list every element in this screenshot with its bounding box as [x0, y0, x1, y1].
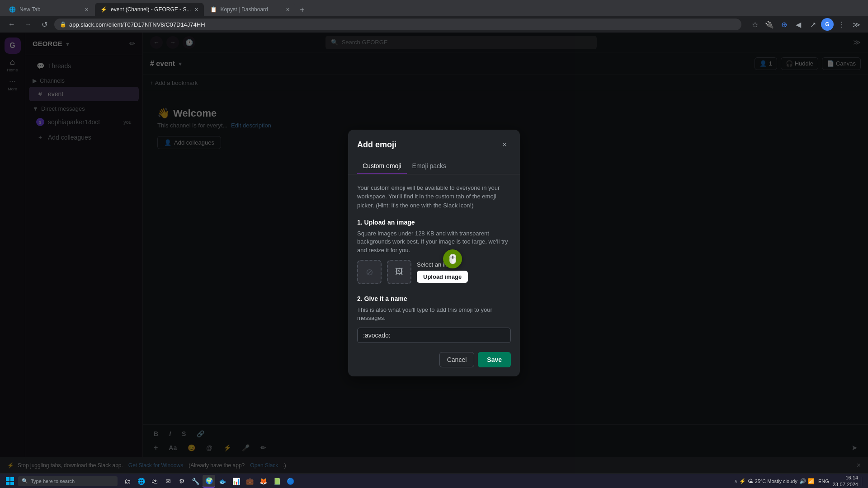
dialog-tabs: Custom emoji Emoji packs — [348, 159, 520, 174]
taskbar-search-icon: 🔍 — [22, 478, 28, 484]
image-broken-icon: ⊘ — [366, 267, 373, 277]
upload-placeholder-2: 🖼 — [387, 260, 411, 284]
windows-logo-icon — [6, 477, 14, 485]
svg-rect-1 — [10, 477, 14, 481]
taskbar-item-chrome[interactable]: 🌍 — [203, 475, 215, 488]
taskbar-date: 23-07-2024 — [833, 481, 858, 488]
tab-label-2: event (Channel) - GEORGE - S... — [111, 6, 191, 13]
browser-tab-2[interactable]: ⚡ event (Channel) - GEORGE - S... × — [95, 3, 204, 16]
browser-ext-1[interactable]: 🔌 — [763, 18, 776, 31]
reload-button[interactable]: ↺ — [38, 18, 51, 31]
tab-close-1[interactable]: × — [85, 6, 89, 13]
upload-placeholder-1: ⊘ — [357, 260, 382, 284]
taskbar-systray: ∧ ⚡ 🌤 25°C Mostly cloudy 🔊 📶 — [734, 478, 815, 484]
upload-area: ⊘ 🖼 Select an image Upload image — [357, 260, 511, 284]
dialog-header: Add emoji × — [348, 130, 520, 151]
tab-label-3: Kopyst | Dashboard — [221, 6, 268, 13]
taskbar: 🔍 Type here to search 🗂 🌐 🛍 ✉ ⚙ 🔧 🌍 🐟 📊 … — [0, 474, 868, 488]
taskbar-item-app3[interactable]: 🐟 — [216, 475, 229, 488]
browser-actions: ☆ 🔌 ⊕ ◀ ↗ G ⋮ ≫ — [749, 18, 863, 31]
svg-rect-3 — [10, 482, 14, 485]
tab-close-3[interactable]: × — [286, 6, 289, 13]
dialog-title: Add emoji — [357, 140, 396, 150]
browser-menu-button[interactable]: ⋮ — [835, 18, 848, 31]
browser-chrome: 🌐 New Tab × ⚡ event (Channel) - GEORGE -… — [0, 0, 868, 33]
cancel-button[interactable]: Cancel — [439, 352, 475, 367]
cursor-emoji-indicator: 🖱️ — [443, 249, 462, 268]
taskbar-right-area: ∧ ⚡ 🌤 25°C Mostly cloudy 🔊 📶 ENG 16:14 2… — [734, 474, 864, 488]
tab-favicon-1: 🌐 — [9, 6, 16, 13]
browser-extra-button[interactable]: ≫ — [850, 18, 863, 31]
taskbar-lang: ENG — [818, 479, 829, 484]
back-button[interactable]: ← — [5, 18, 18, 31]
browser-tab-3[interactable]: 📋 Kopyst | Dashboard × — [205, 3, 295, 16]
svg-rect-0 — [6, 477, 9, 481]
emoji-name-input[interactable] — [357, 328, 511, 343]
taskbar-item-mail[interactable]: ✉ — [162, 475, 175, 488]
tab-label-1: New Tab — [19, 6, 40, 13]
taskbar-item-app4[interactable]: 📊 — [230, 475, 242, 488]
taskbar-search-box[interactable]: 🔍 Type here to search — [18, 476, 118, 486]
taskbar-app-items: 🗂 🌐 🛍 ✉ ⚙ 🔧 🌍 🐟 📊 💼 🦊 📗 🔵 — [121, 475, 297, 488]
browser-profile-button[interactable]: G — [821, 18, 834, 31]
new-tab-button[interactable]: + — [296, 4, 309, 16]
step1-title: 1. Upload an image — [357, 219, 511, 226]
taskbar-item-edge[interactable]: 🌐 — [135, 475, 147, 488]
browser-tab-1[interactable]: 🌐 New Tab × — [4, 3, 94, 16]
taskbar-item-app8[interactable]: 🔵 — [284, 475, 297, 488]
systray-icon-2: 🌤 — [748, 478, 753, 484]
taskbar-item-app1[interactable]: ⚙ — [175, 475, 188, 488]
browser-toolbar: ← → ↺ 🔒 app.slack.com/client/T07D17NTNV8… — [0, 16, 868, 33]
browser-ext-2[interactable]: ⊕ — [778, 18, 790, 31]
tab-favicon-2: ⚡ — [100, 6, 107, 13]
tab-close-2[interactable]: × — [194, 6, 198, 13]
image-icon: 🖼 — [395, 267, 403, 277]
systray-network: 📶 — [808, 478, 815, 484]
lock-icon: 🔒 — [60, 21, 66, 28]
taskbar-time-area[interactable]: 16:14 23-07-2024 — [833, 474, 858, 488]
modal-overlay: Add emoji × Custom emoji Emoji packs You… — [0, 33, 868, 474]
save-button[interactable]: Save — [478, 352, 511, 367]
svg-rect-2 — [6, 482, 9, 485]
step2-title: 2. Give it a name — [357, 295, 511, 302]
url-text: app.slack.com/client/T07D17NTNV8/C07D14J… — [69, 21, 205, 28]
tab-custom-emoji[interactable]: Custom emoji — [357, 159, 407, 174]
taskbar-item-app2[interactable]: 🔧 — [189, 475, 202, 488]
start-button[interactable] — [4, 475, 16, 488]
address-bar[interactable]: 🔒 app.slack.com/client/T07D17NTNV8/C07D1… — [54, 19, 741, 30]
taskbar-search-placeholder: Type here to search — [31, 479, 75, 484]
taskbar-time: 16:14 — [833, 474, 858, 481]
browser-ext-4[interactable]: ↗ — [807, 18, 819, 31]
taskbar-weather: 25°C Mostly cloudy — [755, 479, 797, 484]
systray-icon-1: ⚡ — [739, 478, 746, 484]
forward-button[interactable]: → — [22, 18, 34, 31]
upload-image-button[interactable]: Upload image — [417, 271, 468, 283]
systray-chevron[interactable]: ∧ — [734, 479, 737, 483]
dialog-close-button[interactable]: × — [498, 139, 511, 151]
taskbar-item-app6[interactable]: 🦊 — [257, 475, 269, 488]
upload-right-panel: Select an image Upload image — [417, 261, 468, 283]
step1-desc: Square images under 128 KB and with tran… — [357, 230, 511, 254]
show-desktop-button[interactable] — [862, 477, 864, 486]
taskbar-item-explorer[interactable]: 🗂 — [121, 475, 134, 488]
taskbar-item-app5[interactable]: 💼 — [243, 475, 256, 488]
taskbar-item-app7[interactable]: 📗 — [270, 475, 283, 488]
systray-volume: 🔊 — [799, 478, 806, 484]
tab-emoji-packs[interactable]: Emoji packs — [407, 159, 452, 174]
add-emoji-dialog: Add emoji × Custom emoji Emoji packs You… — [348, 130, 520, 376]
dialog-description: Your custom emoji will be available to e… — [357, 183, 511, 210]
browser-ext-3[interactable]: ◀ — [792, 18, 805, 31]
bookmark-star-button[interactable]: ☆ — [749, 18, 761, 31]
dialog-body: Your custom emoji will be available to e… — [348, 174, 520, 352]
tab-favicon-3: 📋 — [210, 6, 217, 13]
step2-desc: This is also what you'll type to add thi… — [357, 306, 511, 322]
taskbar-item-store[interactable]: 🛍 — [148, 475, 161, 488]
browser-tabs: 🌐 New Tab × ⚡ event (Channel) - GEORGE -… — [0, 0, 868, 16]
dialog-footer: Cancel Save — [348, 352, 520, 376]
